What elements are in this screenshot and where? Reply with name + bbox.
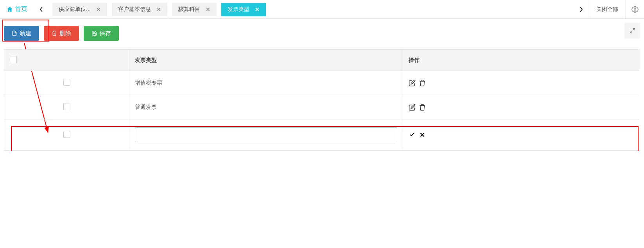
delete-button[interactable]: 删除 xyxy=(44,26,79,41)
select-all-checkbox[interactable] xyxy=(10,56,17,63)
tab-label: 发票类型 xyxy=(228,6,249,13)
save-icon xyxy=(91,31,97,36)
invoice-type-input[interactable] xyxy=(135,127,397,142)
invoice-type-table: 发票类型 操作 增值税专票 xyxy=(4,49,640,151)
tabstrip: 首页 供应商单位... ✕ 客户基本信息 ✕ 核算科目 ✕ 发票类型 ✕ 关闭全… xyxy=(0,0,644,19)
table-row-editing xyxy=(4,119,640,150)
tab-accounts[interactable]: 核算科目 ✕ xyxy=(172,3,217,16)
new-button[interactable]: 新建 xyxy=(4,26,39,41)
check-icon[interactable] xyxy=(409,131,416,138)
settings-button[interactable] xyxy=(625,0,644,18)
gear-icon xyxy=(631,6,639,13)
cross-icon[interactable] xyxy=(419,131,426,138)
invoice-type-cell: 普通发票 xyxy=(129,95,403,119)
home-icon xyxy=(6,6,13,13)
content-area: 新建 删除 保存 发票类型 xyxy=(0,19,644,151)
file-icon xyxy=(12,30,17,36)
fullscreen-button[interactable] xyxy=(624,23,640,38)
close-all-label: 关闭全部 xyxy=(596,6,618,13)
edit-icon[interactable] xyxy=(409,104,416,111)
home-tab[interactable]: 首页 xyxy=(0,0,34,18)
close-icon[interactable]: ✕ xyxy=(156,6,161,13)
save-button[interactable]: 保存 xyxy=(84,26,119,41)
save-label: 保存 xyxy=(99,30,111,37)
tab-suppliers[interactable]: 供应商单位... ✕ xyxy=(52,3,107,16)
svg-point-0 xyxy=(634,8,636,10)
trash-icon[interactable] xyxy=(419,80,426,87)
tab-label: 核算科目 xyxy=(178,6,200,13)
new-label: 新建 xyxy=(20,30,31,37)
row-checkbox[interactable] xyxy=(63,103,70,110)
toolbar: 新建 删除 保存 xyxy=(4,26,640,41)
column-header-checkbox xyxy=(4,50,129,71)
tab-customers[interactable]: 客户基本信息 ✕ xyxy=(112,3,167,16)
row-checkbox[interactable] xyxy=(63,79,70,86)
close-icon[interactable]: ✕ xyxy=(206,6,210,13)
tab-label: 客户基本信息 xyxy=(118,6,151,13)
tabs-next-button[interactable] xyxy=(573,0,589,18)
expand-icon xyxy=(629,27,635,34)
close-icon[interactable]: ✕ xyxy=(255,6,260,13)
delete-label: 删除 xyxy=(59,30,71,37)
table-row: 增值税专票 xyxy=(4,71,640,95)
home-label: 首页 xyxy=(15,5,27,13)
edit-icon[interactable] xyxy=(409,80,416,87)
tabs-container: 供应商单位... ✕ 客户基本信息 ✕ 核算科目 ✕ 发票类型 ✕ xyxy=(49,0,269,18)
trash-icon[interactable] xyxy=(419,104,426,111)
invoice-type-cell: 增值税专票 xyxy=(129,71,403,95)
tab-invoice-type[interactable]: 发票类型 ✕ xyxy=(221,3,266,16)
close-icon[interactable]: ✕ xyxy=(96,6,101,13)
row-checkbox[interactable] xyxy=(63,131,70,138)
close-all-button[interactable]: 关闭全部 xyxy=(589,0,625,18)
table-row: 普通发票 xyxy=(4,95,640,119)
tabs-prev-button[interactable] xyxy=(34,0,49,18)
tab-label: 供应商单位... xyxy=(59,6,91,13)
trash-icon xyxy=(52,30,57,36)
column-header-ops: 操作 xyxy=(403,50,640,71)
column-header-type: 发票类型 xyxy=(129,50,403,71)
